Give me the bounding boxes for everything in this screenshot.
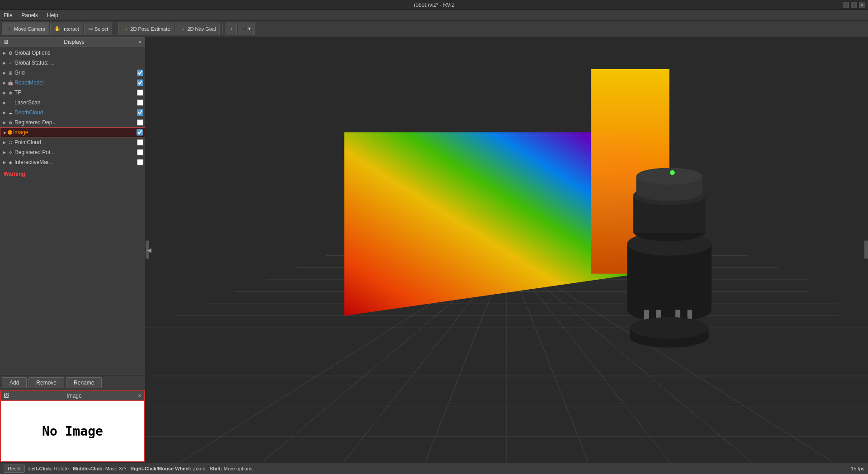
svg-point-33	[636, 168, 702, 184]
display-icon-tf: ⊕	[7, 89, 14, 96]
display-label-global-options: Global Options	[14, 50, 143, 56]
display-icon-point-cloud: ∷	[7, 139, 14, 145]
main-layout: 🖥 Displays ✕ ▶ ⚙ Global Options ▶ ✓ Glob…	[0, 37, 868, 462]
display-checkbox-laser-scan[interactable]	[137, 99, 143, 106]
display-item-tf[interactable]: ▶ ⊕ TF	[0, 88, 145, 98]
interact-button[interactable]: ✋ Interact	[50, 23, 83, 35]
menubar: File Panels Help	[0, 10, 868, 21]
display-checkbox-tf[interactable]	[137, 89, 143, 96]
panel-buttons: Add Remove Rename	[0, 375, 145, 390]
display-item-grid[interactable]: ▶ ⊞ Grid	[0, 68, 145, 78]
svg-rect-44	[864, 241, 868, 259]
display-label-registered-dep: Registered Dep...	[14, 119, 137, 126]
image-panel-close[interactable]: ✕	[137, 393, 142, 399]
display-item-global-status[interactable]: ▶ ✓ Global Status: ...	[0, 58, 145, 68]
display-label-interactive-mar: InteractiveMar...	[14, 159, 137, 165]
pose-icon: →	[122, 25, 128, 33]
display-checkbox-grid[interactable]	[137, 70, 143, 76]
expander-point-cloud[interactable]: ▶	[2, 140, 7, 145]
camera-icon: 🎥	[6, 26, 12, 32]
close-button[interactable]: ×	[859, 2, 865, 8]
expander-robot-model[interactable]: ▶	[2, 80, 7, 85]
3d-viewport[interactable]: ◀	[146, 37, 868, 462]
status-shift-label: Shift:	[210, 466, 222, 471]
display-item-registered-dep[interactable]: ▶ ⊛ Registered Dep...	[0, 117, 145, 127]
display-label-point-cloud: PointCloud	[14, 139, 137, 145]
display-item-robot-model[interactable]: ▶ 🤖 RobotModel	[0, 78, 145, 88]
status-right-click-action: Zoom.	[193, 466, 207, 471]
expander-registered-dep[interactable]: ▶	[2, 120, 7, 125]
expander-tf[interactable]: ▶	[2, 90, 7, 95]
display-checkbox-registered-poi[interactable]	[137, 149, 143, 155]
menu-help[interactable]: Help	[45, 11, 60, 19]
window-title: robot.rviz* - RViz	[414, 2, 454, 8]
display-icon-robot-model: 🤖	[7, 80, 14, 86]
reset-button[interactable]: Reset	[4, 465, 25, 473]
display-icon-interactive-mar: ◈	[7, 159, 14, 165]
display-item-image[interactable]: ▶ Image	[0, 127, 145, 137]
expander-registered-poi[interactable]: ▶	[2, 150, 7, 155]
maximize-button[interactable]: □	[851, 2, 857, 8]
display-item-laser-scan[interactable]: ▶ ⋯ LaserScan	[0, 98, 145, 108]
display-checkbox-interactive-mar[interactable]	[137, 159, 143, 165]
window-controls[interactable]: _ □ ×	[843, 2, 865, 8]
plus-icon: +	[230, 26, 232, 32]
remove-button[interactable]: Remove	[28, 377, 64, 388]
display-item-point-cloud[interactable]: ▶ ∷ PointCloud	[0, 137, 145, 147]
image-panel-header: 🖼 Image ✕	[0, 390, 145, 401]
config-button[interactable]: ⬛▾	[238, 23, 255, 35]
expander-global-status[interactable]: ▶	[2, 60, 7, 66]
move-camera-button[interactable]: 🎥 Move Camera	[2, 23, 49, 35]
nav-icon: →	[179, 25, 185, 33]
display-item-interactive-mar[interactable]: ▶ ◈ InteractiveMar...	[0, 157, 145, 167]
display-item-global-options[interactable]: ▶ ⚙ Global Options	[0, 48, 145, 58]
toolbar-separator-2	[222, 23, 223, 34]
display-checkbox-depth-cloud[interactable]	[137, 109, 143, 116]
menu-panels[interactable]: Panels	[19, 11, 40, 19]
display-checkbox-robot-model[interactable]	[137, 80, 143, 86]
display-label-laser-scan: LaserScan	[14, 99, 137, 106]
add-tool-button[interactable]: +	[226, 23, 236, 35]
display-icon-depth-cloud: ☁	[7, 109, 14, 116]
displays-panel-header: 🖥 Displays ✕	[0, 37, 145, 47]
image-panel: 🖼 Image ✕ No Image	[0, 390, 145, 462]
display-icon-image	[8, 130, 12, 135]
expander-depth-cloud[interactable]: ▶	[2, 110, 7, 115]
display-checkbox-registered-dep[interactable]	[137, 119, 143, 126]
status-middle-click-label: Middle-Click:	[73, 466, 104, 471]
add-button[interactable]: Add	[2, 377, 27, 388]
image-panel-title: Image	[66, 393, 81, 399]
expander-image[interactable]: ▶	[2, 130, 8, 135]
display-label-grid: Grid	[14, 70, 137, 76]
display-label-image: Image	[13, 129, 137, 136]
display-label-global-status: Global Status: ...	[14, 60, 143, 66]
svg-text:◀: ◀	[147, 247, 151, 253]
expander-grid[interactable]: ▶	[2, 70, 7, 75]
expander-global-options[interactable]: ▶	[2, 50, 7, 56]
status-middle-click-action: Move X/Y.	[105, 466, 127, 471]
minimize-button[interactable]: _	[843, 2, 849, 8]
svg-point-41	[670, 170, 675, 175]
display-checkbox-point-cloud[interactable]	[137, 139, 143, 145]
no-image-label: No Image	[42, 424, 103, 439]
display-item-depth-cloud[interactable]: ▶ ☁ DepthCloud	[0, 108, 145, 117]
display-checkbox-image[interactable]	[137, 129, 143, 136]
menu-file[interactable]: File	[2, 11, 14, 19]
nav-goal-button[interactable]: → 2D Nav Goal	[175, 23, 220, 35]
rename-button[interactable]: Rename	[66, 377, 102, 388]
display-label-robot-model: RobotModel	[14, 80, 137, 86]
displays-panel-title: Displays	[64, 39, 84, 45]
displays-panel-close[interactable]: ✕	[138, 39, 142, 45]
left-panel: 🖥 Displays ✕ ▶ ⚙ Global Options ▶ ✓ Glob…	[0, 37, 146, 462]
expander-laser-scan[interactable]: ▶	[2, 100, 7, 105]
status-shift-action: More options.	[224, 466, 254, 471]
select-button[interactable]: ▭ Select	[84, 23, 113, 35]
pose-estimate-button[interactable]: → 2D Pose Estimate	[118, 23, 174, 35]
display-icon-registered-poi: ⊹	[7, 149, 14, 155]
select-icon: ▭	[88, 26, 93, 32]
displays-panel-icon: 🖥	[3, 39, 9, 45]
config-icon: ⬛▾	[242, 26, 251, 32]
display-item-registered-poi[interactable]: ▶ ⊹ Registered Poi...	[0, 147, 145, 157]
expander-interactive-mar[interactable]: ▶	[2, 160, 7, 165]
display-icon-grid: ⊞	[7, 70, 14, 76]
